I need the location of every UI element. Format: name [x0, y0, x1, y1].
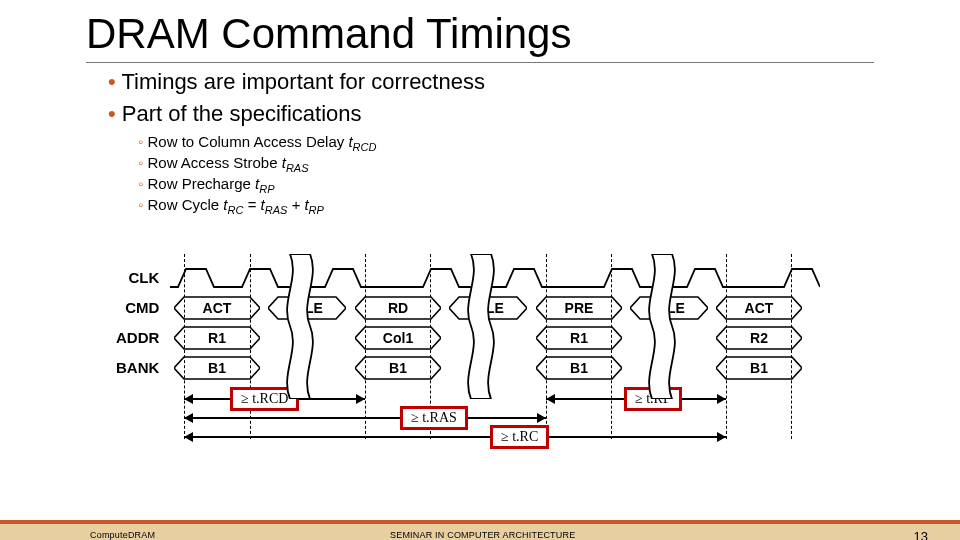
bank-row: B1B1B1B1	[170, 353, 820, 383]
addr-row: R1Col1R1R2	[170, 323, 820, 353]
time-skip-1	[467, 254, 495, 399]
bank-cell-1: B1	[365, 356, 431, 380]
sub-bullet-2: Row Precharge tRP	[138, 175, 960, 195]
cmd-row: ACTIDLERDIDLEPREIDLEACT	[170, 293, 820, 323]
signal-label-clk: CLK	[116, 263, 159, 293]
vline-7	[791, 254, 792, 439]
time-skip-0	[286, 254, 314, 399]
footer: ComputeDRAM SEMINAR IN COMPUTER ARCHITEC…	[0, 520, 960, 540]
addr-cell-3: R2	[726, 326, 792, 350]
signal-label-addr: ADDR	[116, 323, 159, 353]
addr-cell-0: R1	[184, 326, 250, 350]
timing-arrow-3	[184, 436, 726, 438]
sub-bullet-3: Row Cycle tRC = tRAS + tRP	[138, 196, 960, 216]
bank-cell-3: B1	[726, 356, 792, 380]
bullet-top-1: Timings are important for correctness	[108, 69, 960, 95]
timing-diagram: CLK CMD ADDR BANK ACTIDLERDIDLEPREIDLEAC…	[170, 224, 820, 449]
vline-0	[184, 254, 185, 439]
sub-bullet-0: Row to Column Access Delay tRCD	[138, 133, 960, 153]
bank-cell-2: B1	[546, 356, 612, 380]
slide-title: DRAM Command Timings	[86, 10, 960, 58]
vline-5	[611, 254, 612, 439]
timing-arrow-1	[184, 417, 546, 419]
addr-cell-2: R1	[546, 326, 612, 350]
timing-box-3: ≥ t.RC	[490, 425, 549, 449]
vline-4	[546, 254, 547, 439]
footer-mid: SEMINAR IN COMPUTER ARCHITECTURE	[390, 530, 575, 540]
bullet-list: Timings are important for correctness Pa…	[108, 69, 960, 216]
cmd-cell-6: ACT	[726, 296, 792, 320]
cmd-cell-2: RD	[365, 296, 431, 320]
footer-page: 13	[914, 529, 928, 540]
sub-bullet-1: Row Access Strobe tRAS	[138, 154, 960, 174]
cmd-cell-4: PRE	[546, 296, 612, 320]
bank-cell-0: B1	[184, 356, 250, 380]
timing-box-1: ≥ t.RAS	[400, 406, 468, 430]
title-rule	[86, 62, 874, 63]
signal-label-cmd: CMD	[116, 293, 159, 323]
vline-1	[250, 254, 251, 439]
time-skip-2	[648, 254, 676, 399]
footer-left: ComputeDRAM	[90, 530, 155, 540]
vline-6	[726, 254, 727, 439]
addr-cell-1: Col1	[365, 326, 431, 350]
cmd-cell-0: ACT	[184, 296, 250, 320]
signal-label-bank: BANK	[116, 353, 159, 383]
clk-waveform	[170, 263, 820, 293]
vline-2	[365, 254, 366, 439]
bullet-top-2: Part of the specifications	[108, 101, 960, 127]
